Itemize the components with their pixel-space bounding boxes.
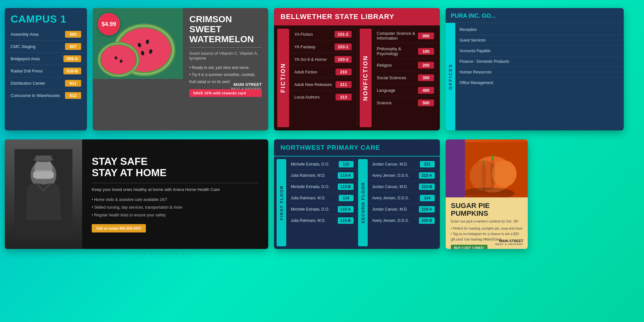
campus-row: Concourse to Warehouses612 xyxy=(9,90,83,101)
pura-row-label: Office Management xyxy=(459,80,493,85)
library-divider xyxy=(357,30,357,126)
library-title: BELLWETHER STATE LIBRARY xyxy=(280,13,433,21)
first-floor-column: Michelle Estrada, D.O.112Julia Rahmani, … xyxy=(288,159,356,246)
pura-header: PURA INC. GO... xyxy=(446,8,624,23)
svg-rect-27 xyxy=(492,155,493,160)
library-row: Science500 xyxy=(374,97,437,109)
medical-row-label: Jordan Caruso, M.D. xyxy=(372,207,408,212)
medical-row-label: Avery Jensen, D.D.S. xyxy=(372,196,409,200)
medical-row-label: Avery Jensen, D.D.S. xyxy=(372,218,409,223)
price-text: $4.99 xyxy=(101,21,116,28)
campus-row: Distribution Center611 xyxy=(9,77,83,90)
campus-row-badge: 505 xyxy=(65,31,81,38)
health-bullets: • Home visits & assistive care available… xyxy=(92,196,259,219)
library-row-label: Language xyxy=(377,88,395,93)
health-button[interactable]: Call us today 955-555-2937 xyxy=(92,224,146,232)
campus-row-label: Assembly Area xyxy=(11,32,39,37)
library-row-label: YA Fantasy xyxy=(294,44,316,49)
medical-row-label: Jordan Caruso, M.D. xyxy=(372,185,408,189)
library-row: Local Authors213 xyxy=(292,91,354,103)
pumpkin-subtitle: Enter our jack-o-lantern contest by Oct.… xyxy=(451,219,523,223)
medical-row: Michelle Estrada, D.O.115-A xyxy=(288,204,356,215)
library-row-num: 210 xyxy=(336,69,352,75)
library-header: BELLWETHER STATE LIBRARY xyxy=(274,8,440,25)
medical-row-label: Julia Rahmani, M.D. xyxy=(291,173,326,178)
medical-row: Jordan Caruso, M.D.223-B xyxy=(370,182,438,192)
library-row-num: 101-2 xyxy=(335,31,352,38)
library-row-num: 200 xyxy=(418,62,434,69)
medical-row-num: 221 xyxy=(420,161,435,167)
campus-table: Assembly Area505CMC Staging507Bridgeport… xyxy=(5,28,87,130)
offices-label: OFFICES xyxy=(446,23,455,130)
library-row: Philosophy & Psychology100 xyxy=(374,44,437,59)
library-row-num: 103-1 xyxy=(335,43,352,50)
campus-card: CAMPUS 1 Assembly Area505CMC Staging507B… xyxy=(5,8,87,130)
library-row-label: Computer Science & Information xyxy=(377,31,418,41)
nonfiction-label: NONFICTION xyxy=(360,29,372,127)
library-row: Religion200 xyxy=(374,60,437,71)
medical-row-label: Michelle Estrada, D.O. xyxy=(291,207,329,212)
medical-row-num: 113-B xyxy=(338,184,354,190)
library-row: Language400 xyxy=(374,85,437,96)
library-row-label: Adult Fiction xyxy=(294,70,317,74)
pumpkin-purple-bar xyxy=(446,139,465,197)
svg-rect-28 xyxy=(483,160,485,164)
medical-row: Julia Rahmani, M.D.114 xyxy=(288,193,356,204)
pumpkin-bullet: • Perfect for roasting, pumpkin pie, sou… xyxy=(451,226,523,231)
library-row-num: 211 xyxy=(336,81,352,88)
grocery-info: CRIMSON SWEET WATERMELON Good source of … xyxy=(183,8,268,79)
pumpkin-brand: MAIN STREET MEAT & GROCERY xyxy=(496,239,523,246)
grocery-bullet: • Ready to eat, just slice and serve. xyxy=(189,64,262,71)
library-row: Social Sciences300 xyxy=(374,72,437,84)
medical-row: Avery Jensen, D.D.S.222-A xyxy=(370,170,438,181)
health-bullet: • Home visits & assistive care available… xyxy=(92,196,259,204)
health-card: STAY SAFESTAY AT HOME Keep your loved on… xyxy=(5,139,268,249)
grocery-image: $4.99 xyxy=(93,8,183,79)
library-row: YA Sci-fi & Horror103-2 xyxy=(292,54,354,65)
pura-row-label: Human Resources xyxy=(459,70,491,74)
medical-row-num: 115-B xyxy=(338,217,354,224)
svg-rect-20 xyxy=(33,172,54,178)
health-subtitle: Keep your loved ones healthy at home wit… xyxy=(92,187,259,192)
medical-row-num: 115-A xyxy=(338,206,354,213)
brand-name: MAIN STREET xyxy=(231,82,262,87)
pura-row-label: Guest Services xyxy=(459,38,486,43)
pura-body: OFFICES ReceptionGuest ServicesAccounts … xyxy=(446,23,624,130)
pura-row: Finance - Domestic Products xyxy=(457,56,622,67)
brand-sub: MEAT & GROCERY xyxy=(231,87,262,90)
campus-row-label: Concourse to Warehouses xyxy=(11,93,60,98)
campus-row-label: Radial Drill Press xyxy=(11,69,43,73)
library-row-num: 000 xyxy=(418,33,434,39)
medical-title: NORTHWEST PRIMARY CARE xyxy=(280,144,433,151)
pumpkin-content: SUGAR PIE PUMPKINS Enter our jack-o-lant… xyxy=(446,197,528,249)
medical-row-num: 225-B xyxy=(419,217,435,224)
library-row: Computer Science & Information000 xyxy=(374,29,437,43)
pumpkin-top xyxy=(446,139,528,197)
campus-row: CMC Staging507 xyxy=(9,41,83,53)
library-row-label: Religion xyxy=(377,63,392,68)
grocery-card: $4.99 xyxy=(93,8,268,130)
campus-row-badge: 510-B xyxy=(63,68,81,74)
medical-row-label: Julia Rahmani, M.D. xyxy=(291,196,326,200)
pura-row: Accounts Payable xyxy=(457,46,622,56)
campus-row: Radial Drill Press510-B xyxy=(9,65,83,77)
pura-title: PURA INC. GO... xyxy=(451,13,619,19)
library-card: BELLWETHER STATE LIBRARY FICTION YA Fict… xyxy=(274,8,440,130)
medical-row-label: Julia Rahmani, M.D. xyxy=(291,218,326,223)
pura-card: PURA INC. GO... OFFICES ReceptionGuest S… xyxy=(446,8,624,130)
grocery-subtitle: Good source of Vitamin C, Vitamin A, lyc… xyxy=(189,51,262,61)
health-content: STAY SAFESTAY AT HOME Keep your loved on… xyxy=(82,139,268,249)
pura-list: ReceptionGuest ServicesAccounts PayableF… xyxy=(455,23,624,130)
library-row: Adult New Releases211 xyxy=(292,79,354,90)
pumpkin-button[interactable]: BUY 2 GET 1 FREE! xyxy=(451,245,488,249)
library-row-label: Science xyxy=(377,100,392,105)
fiction-column: YA Fiction101-2YA Fantasy103-1YA Sci-fi … xyxy=(292,29,354,127)
library-row: Adult Fiction210 xyxy=(292,66,354,78)
medical-row: Avery Jensen, D.D.S.224 xyxy=(370,193,438,204)
library-row-label: Social Sciences xyxy=(377,75,406,80)
pumpkin-title: SUGAR PIE PUMPKINS xyxy=(451,202,523,217)
medical-row-num: 222-A xyxy=(419,172,435,179)
medical-row-label: Jordan Caruso, M.D. xyxy=(372,162,408,166)
library-body: FICTION YA Fiction101-2YA Fantasy103-1YA… xyxy=(274,25,440,130)
medical-row: Jordan Caruso, M.D.221 xyxy=(370,159,438,170)
